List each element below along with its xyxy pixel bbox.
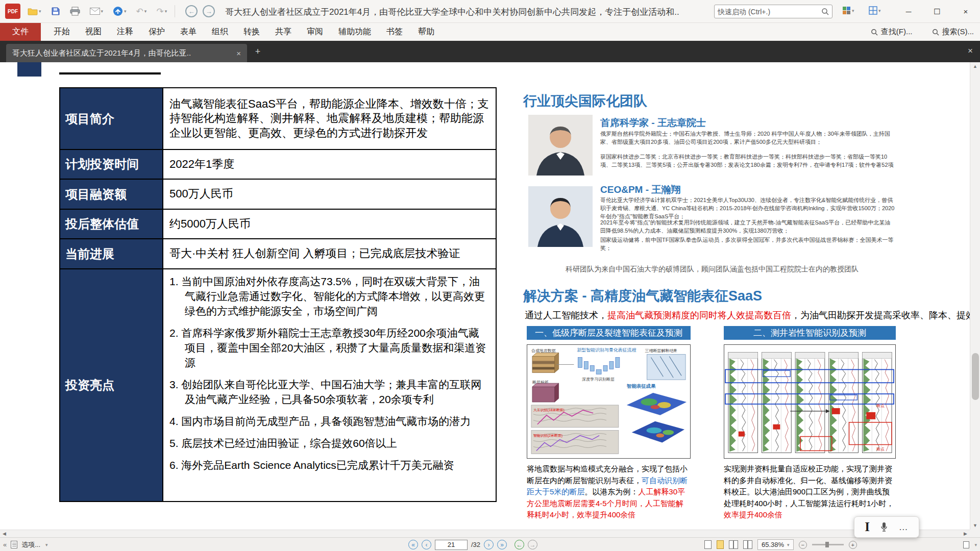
- zoom-slider-thumb[interactable]: [825, 542, 829, 547]
- scientist-bio-1: 俄罗斯自然科学院外籍院士；中国石油大学教授、博士生导师；2020 科学中国人年度…: [600, 130, 895, 146]
- last-page-button[interactable]: »: [497, 540, 507, 549]
- menu-right-tools: 查找(F)... 搜索(S)...: [871, 23, 974, 41]
- scientist-photo: [528, 115, 593, 176]
- pdf-page: 项目简介 油气藏智能表征SaaS平台，帮助能源企业降本、增效数十倍；支持智能化构…: [0, 62, 970, 530]
- menu-item-organize[interactable]: 组织: [204, 23, 236, 41]
- print-button[interactable]: [67, 3, 83, 20]
- forward-arrow-icon: →: [206, 8, 212, 15]
- menu-file[interactable]: 文件: [0, 23, 41, 41]
- table-row-label: 投资亮点: [60, 269, 163, 501]
- menu-item-help[interactable]: 帮助: [410, 23, 442, 41]
- open-file-button[interactable]: ▾: [25, 3, 44, 20]
- ceo-bio-3: 国家级运动健将，前中国TF国家队拳击队运动员，多次获得全国冠军，并多次代表中国征…: [600, 236, 895, 253]
- folder-icon: [28, 7, 38, 15]
- upload-cloud-icon: [113, 6, 123, 16]
- prev-page-button[interactable]: ‹: [422, 540, 431, 549]
- next-page-button[interactable]: ›: [484, 540, 494, 549]
- search-button[interactable]: 搜索(S)...: [932, 27, 974, 37]
- find-label: 查找(F)...: [881, 27, 913, 37]
- well-log-columns: [728, 353, 892, 453]
- diagram-synthetic-label: 合成地震数据: [531, 348, 556, 353]
- caption-text: 实现测井资料批量自适应校正功能，实现了测井资料的多井自动标准化、归一化、基线偏移…: [724, 464, 894, 508]
- printer-icon: [70, 7, 80, 16]
- highlight-item: 6. 海外竞品Earth Science Analytics已完成累计千万美元融…: [169, 458, 489, 473]
- document-tab-bar: 哥大狂人创业者社区成立于2021年4月，由哥伦比亚.. × + ×: [0, 41, 980, 62]
- horizontal-scrollbar[interactable]: ◀ ▶: [0, 530, 970, 537]
- minimize-button[interactable]: ─: [894, 0, 923, 23]
- history-forward-button[interactable]: →: [203, 5, 215, 17]
- collapse-panel-icon[interactable]: «: [3, 541, 7, 548]
- scroll-left-icon[interactable]: ◀: [3, 531, 6, 536]
- maximize-button[interactable]: ☐: [923, 0, 951, 23]
- email-button[interactable]: ▾: [87, 3, 106, 20]
- single-page-view-icon[interactable]: [704, 540, 712, 549]
- apps-grid-button[interactable]: ▾: [869, 6, 881, 15]
- app-window: PDF ▾ ▾ ▾ ↶ ▾ ↷ ▾ ← → 哥大狂人创业者社区成立于2: [0, 0, 980, 551]
- zoom-controls: 65.38% ▾ − +: [704, 538, 857, 551]
- menu-item-share[interactable]: 共享: [267, 23, 299, 41]
- highlight-item: 2. 首席科学家俄罗斯外籍院士王志章教授30年历经200余项油气藏项目，覆盖中国…: [169, 326, 489, 370]
- facing-view-icon[interactable]: [729, 540, 738, 549]
- previous-view-button[interactable]: ←: [514, 540, 524, 549]
- save-button[interactable]: [48, 3, 63, 20]
- fault-point-label: 断点: [876, 404, 885, 408]
- page-thumbnail-icon[interactable]: [963, 541, 969, 548]
- continuous-view-icon[interactable]: [717, 540, 724, 549]
- table-row-value: 油气藏智能表征SaaS平台，帮助能源企业降本、增效数十倍；支持智能化构造解释、测…: [163, 88, 496, 149]
- quick-access-toolbar: PDF ▾ ▾ ▾ ↶ ▾ ↷ ▾ ← → 哥大狂人创业者社区成立于2: [0, 0, 980, 23]
- history-back-button[interactable]: ←: [185, 5, 198, 17]
- options-button[interactable]: 选项...: [21, 540, 40, 549]
- find-button[interactable]: 查找(F)...: [871, 27, 913, 37]
- first-page-button[interactable]: «: [408, 540, 418, 549]
- table-row-label: 投后整体估值: [60, 210, 163, 238]
- diagram-result-label: 智能表征成果: [626, 383, 656, 389]
- menu-item-bookmark[interactable]: 书签: [379, 23, 410, 41]
- save-icon: [51, 7, 60, 16]
- window-document-title: 哥大狂人创业者社区成立于2021年4月，由哥伦比亚大学全球中心和中关村协同创新中…: [225, 6, 679, 18]
- tabbar-close-button[interactable]: ×: [968, 46, 973, 56]
- quick-launch-search[interactable]: [714, 5, 832, 18]
- menu-item-protect[interactable]: 保护: [141, 23, 173, 41]
- quick-launch-input[interactable]: [718, 8, 821, 16]
- book-view-icon[interactable]: [743, 540, 752, 549]
- panel1-title: 一、低级序断层及裂缝智能表征及预测: [527, 326, 691, 340]
- unet-network-graphic: [578, 358, 619, 374]
- menu-item-review[interactable]: 审阅: [299, 23, 331, 41]
- menu-item-accessibility[interactable]: 辅助功能: [331, 23, 379, 41]
- redo-button[interactable]: ↷ ▾: [154, 3, 169, 20]
- page-decoration-square: [17, 62, 41, 77]
- next-view-button[interactable]: →: [528, 540, 537, 549]
- menu-item-convert[interactable]: 转换: [236, 23, 267, 41]
- search-label: 搜索(S)...: [942, 27, 974, 37]
- scroll-up-icon[interactable]: ▲: [973, 64, 977, 69]
- menu-item-view[interactable]: 视图: [78, 23, 109, 41]
- undo-button[interactable]: ↶ ▾: [134, 3, 150, 20]
- scientist-bio-2: 获国家科技进步二等奖；北京市科技进步一等奖；教育部科技进步一等奖；科技部科技进步…: [600, 153, 895, 169]
- zoom-slider[interactable]: [812, 544, 844, 545]
- menu-item-home[interactable]: 开始: [46, 23, 78, 41]
- close-button[interactable]: ×: [951, 0, 980, 23]
- diagram-3d-label: 三维断层解释结果: [645, 348, 678, 353]
- zoom-in-button[interactable]: +: [849, 541, 857, 549]
- vertical-scroll-thumb[interactable]: [972, 353, 979, 400]
- more-tools-button[interactable]: …: [899, 522, 909, 533]
- dropdown-icon: ▾: [878, 8, 881, 13]
- text-select-tool[interactable]: I: [865, 520, 870, 534]
- menu-item-comment[interactable]: 注释: [109, 23, 141, 41]
- toolbar-separator: [175, 5, 175, 17]
- active-document-tab[interactable]: 哥大狂人创业者社区成立于2021年4月，由哥伦比亚.. ×: [6, 44, 247, 62]
- zoom-out-button[interactable]: −: [799, 541, 807, 549]
- microphone-icon[interactable]: [880, 521, 888, 533]
- scroll-right-icon[interactable]: ▶: [964, 531, 967, 536]
- new-tab-button[interactable]: +: [251, 45, 264, 58]
- vertical-scrollbar[interactable]: ▲ ▼: [970, 62, 980, 530]
- table-row-value: 2022年1季度: [163, 150, 496, 179]
- table-row-label: 项目简介: [60, 88, 163, 149]
- scroll-down-icon[interactable]: ▼: [973, 523, 977, 528]
- plugin-button[interactable]: ▾: [842, 6, 854, 15]
- menu-item-form[interactable]: 表单: [173, 23, 204, 41]
- page-number-input[interactable]: [435, 540, 468, 550]
- tab-close-icon[interactable]: ×: [236, 49, 241, 58]
- zoom-level-select[interactable]: 65.38% ▾: [757, 539, 794, 550]
- share-button[interactable]: ▾: [110, 3, 129, 20]
